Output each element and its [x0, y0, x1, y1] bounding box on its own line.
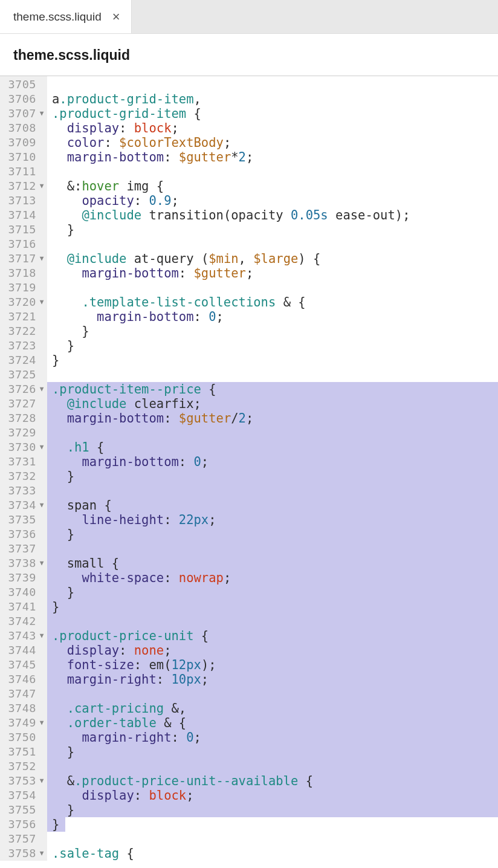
code-line[interactable] [47, 237, 498, 251]
code-line[interactable]: @include clearfix; [47, 397, 498, 411]
code-line[interactable]: } [47, 745, 498, 759]
code-line[interactable]: .h1 { [47, 440, 498, 455]
fold-toggle-icon[interactable]: ▼ [37, 629, 46, 643]
code-line[interactable] [47, 542, 498, 556]
code-line[interactable]: } [47, 527, 498, 542]
gutter-row: 3714 [0, 208, 47, 222]
code-line[interactable]: } [47, 353, 498, 368]
code-line[interactable]: display: none; [47, 643, 498, 658]
gutter-row: 3709 [0, 135, 47, 150]
code-line[interactable]: .sale-tag { [47, 846, 498, 861]
gutter-row: 3742 [0, 614, 47, 629]
code-line[interactable]: @include at-query ($min, $large) { [47, 251, 498, 266]
code-line[interactable] [47, 426, 498, 440]
code-line[interactable]: small { [47, 556, 498, 571]
gutter-row: 3743▼ [0, 629, 47, 643]
code-line[interactable] [47, 164, 498, 179]
code-line[interactable] [47, 759, 498, 774]
code-line[interactable] [47, 687, 498, 701]
gutter-row: 3758▼ [0, 846, 47, 861]
code-line[interactable]: display: block; [47, 121, 498, 135]
gutter-row: 3746 [0, 672, 47, 687]
code-line[interactable]: margin-bottom: $gutter/2; [47, 411, 498, 426]
code-line[interactable]: .product-item--price { [47, 382, 498, 397]
fold-toggle-icon[interactable]: ▼ [37, 716, 46, 730]
code-line[interactable]: a.product-grid-item, [47, 92, 498, 106]
code-line[interactable]: margin-bottom: $gutter*2; [47, 150, 498, 164]
gutter-row: 3727 [0, 397, 47, 411]
fold-toggle-icon[interactable]: ▼ [37, 179, 46, 193]
breadcrumb-title: theme.scss.liquid [13, 47, 130, 63]
code-line[interactable]: &.product-price-unit--available { [47, 774, 498, 788]
fold-toggle-icon[interactable]: ▼ [37, 382, 46, 397]
gutter-row: 3736 [0, 527, 47, 542]
gutter-row: 3710 [0, 150, 47, 164]
fold-toggle-icon[interactable]: ▼ [37, 498, 46, 513]
code-editor[interactable]: 370537063707▼37083709371037113712▼371337… [0, 76, 498, 861]
tab-file[interactable]: theme.scss.liquid × [0, 0, 132, 33]
code-line[interactable]: } [47, 222, 498, 237]
gutter-row: 3741 [0, 600, 47, 614]
gutter-row: 3756 [0, 817, 47, 832]
code-line[interactable]: .cart-pricing &, [47, 701, 498, 716]
code-line[interactable] [47, 614, 498, 629]
gutter-row: 3707▼ [0, 106, 47, 121]
fold-toggle-icon[interactable]: ▼ [37, 846, 46, 861]
fold-toggle-icon[interactable]: ▼ [37, 440, 46, 455]
gutter-row: 3706 [0, 92, 47, 106]
close-icon[interactable]: × [112, 10, 120, 24]
gutter-row: 3755 [0, 803, 47, 817]
line-gutter: 370537063707▼37083709371037113712▼371337… [0, 76, 47, 861]
code-line[interactable]: } [47, 585, 498, 600]
gutter-row: 3739 [0, 571, 47, 585]
code-line[interactable]: margin-bottom: 0; [47, 455, 498, 469]
gutter-row: 3747 [0, 687, 47, 701]
gutter-row: 3734▼ [0, 498, 47, 513]
code-line[interactable]: .order-table & { [47, 716, 498, 730]
fold-toggle-icon[interactable]: ▼ [37, 295, 46, 309]
gutter-row: 3737 [0, 542, 47, 556]
code-line[interactable]: } [47, 338, 498, 353]
code-line[interactable] [47, 832, 498, 846]
gutter-row: 3744 [0, 643, 47, 658]
code-line[interactable]: .product-price-unit { [47, 629, 498, 643]
tab-bar: theme.scss.liquid × [0, 0, 498, 34]
code-line[interactable]: } [47, 469, 498, 484]
code-line[interactable]: margin-right: 0; [47, 730, 498, 745]
code-line[interactable]: font-size: em(12px); [47, 658, 498, 672]
fold-toggle-icon[interactable]: ▼ [37, 106, 46, 121]
code-line[interactable] [47, 77, 498, 92]
gutter-row: 3748 [0, 701, 47, 716]
gutter-row: 3715 [0, 222, 47, 237]
code-line[interactable]: line-height: 22px; [47, 513, 498, 527]
fold-toggle-icon[interactable]: ▼ [37, 556, 46, 571]
code-line[interactable]: } [47, 600, 498, 614]
code-line[interactable]: color: $colorTextBody; [47, 135, 498, 150]
gutter-row: 3731 [0, 455, 47, 469]
code-line[interactable]: &:hover img { [47, 179, 498, 193]
code-line[interactable] [47, 280, 498, 295]
fold-toggle-icon[interactable]: ▼ [37, 774, 46, 788]
code-line[interactable]: margin-bottom: 0; [47, 309, 498, 324]
code-area[interactable]: a.product-grid-item,.product-grid-item {… [47, 76, 498, 861]
code-line[interactable]: .template-list-collections & { [47, 295, 498, 309]
code-line[interactable]: margin-right: 10px; [47, 672, 498, 687]
code-line[interactable]: display: block; [47, 788, 498, 803]
gutter-row: 3754 [0, 788, 47, 803]
code-line[interactable]: } [47, 817, 498, 832]
fold-toggle-icon[interactable]: ▼ [37, 251, 46, 266]
code-line[interactable]: opacity: 0.9; [47, 193, 498, 208]
code-line[interactable]: white-space: nowrap; [47, 571, 498, 585]
code-line[interactable]: .product-grid-item { [47, 106, 498, 121]
code-line[interactable]: margin-bottom: $gutter; [47, 266, 498, 280]
code-line[interactable]: span { [47, 498, 498, 513]
code-line[interactable] [47, 368, 498, 382]
gutter-row: 3718 [0, 266, 47, 280]
gutter-row: 3705 [0, 77, 47, 92]
code-line[interactable]: @include transition(opacity 0.05s ease-o… [47, 208, 498, 222]
gutter-row: 3735 [0, 513, 47, 527]
code-line[interactable] [47, 484, 498, 498]
code-line[interactable]: } [47, 803, 498, 817]
tab-label: theme.scss.liquid [13, 10, 102, 24]
code-line[interactable]: } [47, 324, 498, 338]
